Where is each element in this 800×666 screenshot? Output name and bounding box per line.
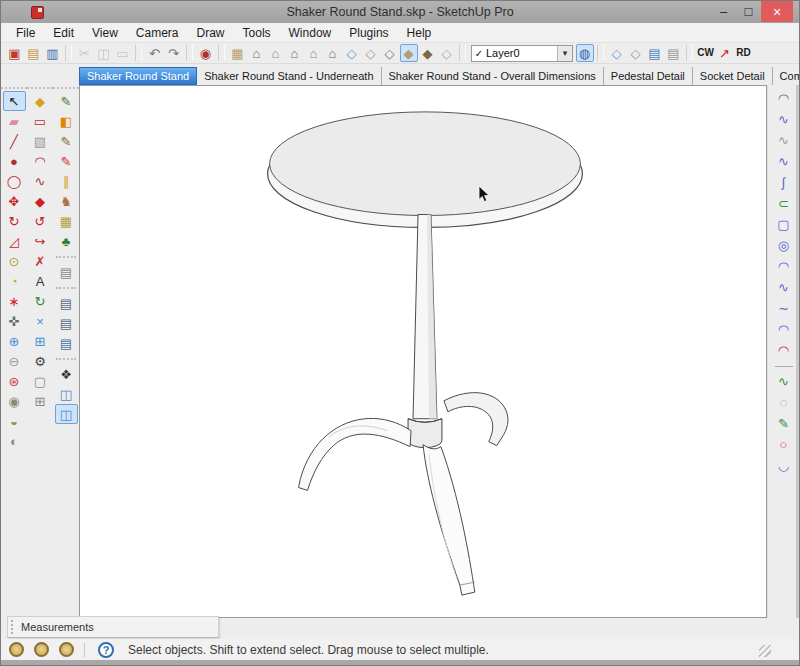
layer-stack-1-button[interactable]: ▤: [55, 262, 78, 282]
dimension-arrow-button[interactable]: ↗: [716, 44, 734, 62]
credits-icon[interactable]: [34, 642, 49, 657]
scene-tab-shaker-round-stand[interactable]: Shaker Round Stand: [79, 67, 197, 85]
polyline-button[interactable]: ∿: [772, 109, 795, 130]
style-hidden-line-button[interactable]: ◇: [381, 44, 399, 62]
toolbar-grip[interactable]: [11, 620, 15, 634]
offset-button[interactable]: ↺: [29, 211, 52, 231]
arc-button[interactable]: ◠: [29, 151, 52, 171]
arc-red-button[interactable]: ◠: [772, 340, 795, 361]
circle-red-button[interactable]: ○: [772, 434, 795, 455]
paint-bucket-button[interactable]: ◆: [29, 91, 52, 111]
style-wireframe-button[interactable]: ◇: [362, 44, 380, 62]
model-info-button[interactable]: ◉: [197, 44, 215, 62]
spline-button[interactable]: ∿: [772, 151, 795, 172]
walk-button[interactable]: ◒: [3, 411, 26, 431]
grid-pencil-button[interactable]: ▦: [55, 211, 78, 231]
cut-button[interactable]: ✂: [76, 44, 94, 62]
style-shaded-button[interactable]: ◆: [400, 44, 418, 62]
compass-button[interactable]: ❖: [55, 364, 78, 384]
view-front-button[interactable]: ⌂: [267, 44, 285, 62]
pan-button[interactable]: ✜: [3, 311, 26, 331]
menu-edit[interactable]: Edit: [44, 24, 83, 42]
rectangle-button[interactable]: ▭: [29, 111, 52, 131]
zoom-previous-button[interactable]: ⊖: [3, 351, 26, 371]
view-iso-button[interactable]: ▦: [229, 44, 247, 62]
menu-plugins[interactable]: Plugins: [340, 24, 397, 42]
view-left-button[interactable]: ⌂: [324, 44, 342, 62]
zoom-window-button[interactable]: ⊞: [29, 331, 52, 351]
model-status-icon[interactable]: [59, 642, 74, 657]
zoom-selection-button[interactable]: ×: [29, 311, 52, 331]
polyline-green-button[interactable]: ∿: [772, 371, 795, 392]
split-view-button[interactable]: ⊞: [29, 391, 52, 411]
menu-window[interactable]: Window: [280, 24, 341, 42]
freehand-button[interactable]: ∿: [29, 171, 52, 191]
component-button[interactable]: ◧: [55, 111, 78, 131]
menu-view[interactable]: View: [83, 24, 127, 42]
rotate-button[interactable]: ↻: [3, 211, 26, 231]
layer-manager-button[interactable]: ◍: [576, 44, 594, 62]
eraser-button[interactable]: ▰: [3, 111, 26, 131]
circle-button[interactable]: ●: [3, 151, 26, 171]
tree-button[interactable]: ♣: [55, 231, 78, 251]
intersect-button[interactable]: ↪: [29, 231, 52, 251]
menu-help[interactable]: Help: [398, 24, 441, 42]
close-button[interactable]: ×: [761, 1, 793, 22]
new-button[interactable]: ▣: [6, 44, 24, 62]
loop-curve-button[interactable]: ◡: [772, 455, 795, 476]
polyline-gray-button[interactable]: ∿: [772, 130, 795, 151]
help-icon[interactable]: ?: [98, 642, 114, 658]
section-tool-button[interactable]: ◫: [55, 384, 78, 404]
style-shaded-textures-button[interactable]: ◆: [419, 44, 437, 62]
ruler-pencil-button[interactable]: ✎: [55, 131, 78, 151]
view-right-button[interactable]: ⌂: [286, 44, 304, 62]
bezier-arc-button[interactable]: ◠: [772, 88, 795, 109]
move-button[interactable]: ✥: [3, 191, 26, 211]
arc-2-button[interactable]: ◠: [772, 256, 795, 277]
look-around-button[interactable]: ◐: [3, 431, 26, 451]
standard-view-button[interactable]: ▢: [29, 371, 52, 391]
minimize-button[interactable]: –: [711, 1, 736, 22]
sketch-pencil-button[interactable]: ✎: [55, 91, 78, 111]
style-xray-button[interactable]: ◇: [343, 44, 361, 62]
clips-button[interactable]: ∥: [55, 171, 78, 191]
resize-grip[interactable]: [759, 645, 771, 657]
add-layer-button[interactable]: ◇: [627, 44, 645, 62]
scene-tab-shaker-round-stand-overall-dimensions[interactable]: Shaker Round Stand - Overall Dimensions: [382, 67, 604, 85]
zoom-extents-button[interactable]: ⊛: [3, 371, 26, 391]
follow-me-button[interactable]: ◆: [29, 191, 52, 211]
view-back-button[interactable]: ⌂: [305, 44, 323, 62]
layer-stack-3-button[interactable]: ▤: [55, 313, 78, 333]
spiral-button[interactable]: ◎: [772, 235, 795, 256]
open-button[interactable]: ▤: [25, 44, 43, 62]
layer-dropdown[interactable]: ✓Layer0▾: [471, 45, 573, 62]
paste-button[interactable]: ▭: [114, 44, 132, 62]
line-button[interactable]: ╱: [3, 131, 26, 151]
dotted-circle-button[interactable]: ◌: [772, 392, 795, 413]
animal-tool-button[interactable]: ♞: [55, 191, 78, 211]
select-button[interactable]: ↖: [3, 91, 26, 111]
scene-tab-completed-pedestal[interactable]: Completed Pedestal: [773, 67, 800, 85]
arc-3-button[interactable]: ◠: [772, 319, 795, 340]
orbit-button[interactable]: ↻: [29, 291, 52, 311]
save-button[interactable]: ▥: [44, 44, 62, 62]
tape-measure-button[interactable]: ⊙: [3, 251, 26, 271]
redo-button[interactable]: ↷: [165, 44, 183, 62]
zigzag-button[interactable]: ∿: [772, 277, 795, 298]
model-3d-viewport[interactable]: [79, 85, 767, 618]
geo-location-icon[interactable]: [9, 642, 24, 657]
scale-button[interactable]: ◿: [3, 231, 26, 251]
arc-green-button[interactable]: ⊂: [772, 193, 795, 214]
push-pull-button[interactable]: ▧: [29, 131, 52, 151]
view-top-button[interactable]: ⌂: [248, 44, 266, 62]
save-layer-state-button[interactable]: ▤: [646, 44, 664, 62]
menu-camera[interactable]: Camera: [127, 24, 188, 42]
protractor-button[interactable]: ◔: [3, 271, 26, 291]
menu-tools[interactable]: Tools: [234, 24, 280, 42]
zoom-button[interactable]: ⊕: [3, 331, 26, 351]
scene-tab-shaker-round-stand-underneath[interactable]: Shaker Round Stand - Underneath: [197, 67, 381, 85]
position-camera-button[interactable]: ◉: [3, 391, 26, 411]
section-tool-active-button[interactable]: ◫: [55, 404, 78, 424]
construction-pencil-button[interactable]: ✎: [55, 151, 78, 171]
menu-draw[interactable]: Draw: [188, 24, 234, 42]
